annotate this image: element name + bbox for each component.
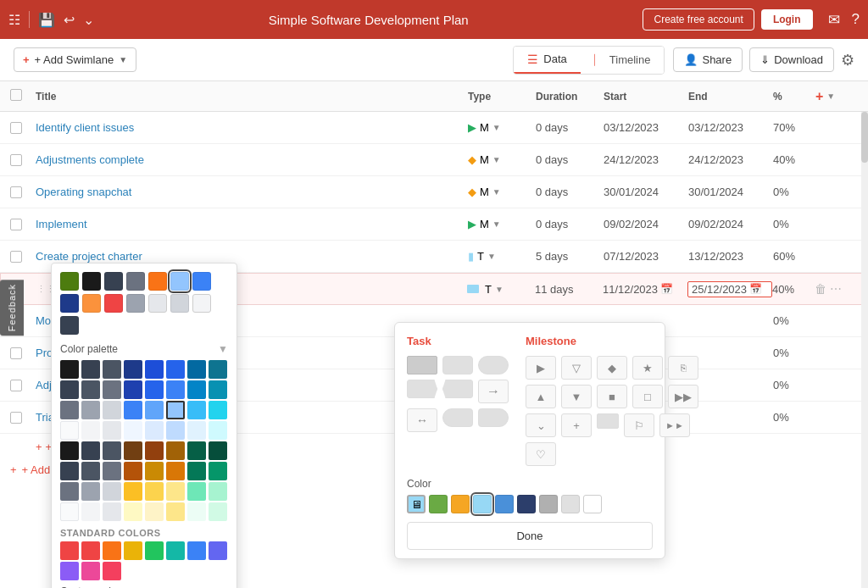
std-color-cell[interactable] bbox=[209, 541, 227, 560]
milestone-icon-btn-flag[interactable]: ⚐ bbox=[624, 413, 654, 437]
task-icon-btn-rect[interactable] bbox=[407, 356, 437, 374]
task-icon-btn-rounded-left[interactable] bbox=[442, 408, 473, 427]
palette-cell[interactable] bbox=[81, 401, 100, 419]
milestone-icon-btn-v[interactable]: ⌄ bbox=[526, 413, 556, 437]
palette-cell[interactable] bbox=[166, 441, 185, 460]
palette-cell[interactable] bbox=[209, 360, 227, 379]
palette-chevron-icon[interactable]: ▼ bbox=[218, 343, 228, 355]
login-button[interactable]: Login bbox=[761, 9, 813, 30]
more-options-icon[interactable]: ⋯ bbox=[830, 282, 842, 296]
done-button[interactable]: Done bbox=[407, 522, 653, 550]
paint-bucket-icon[interactable]: 🖥 bbox=[407, 495, 426, 513]
row-title[interactable]: Identify client issues bbox=[36, 121, 468, 134]
color-swatch[interactable] bbox=[104, 294, 123, 313]
palette-cell[interactable] bbox=[166, 380, 185, 399]
std-color-cell[interactable] bbox=[103, 562, 121, 580]
palette-cell[interactable] bbox=[145, 462, 164, 480]
add-swimlane-button[interactable]: + + Add Swimlane ▼ bbox=[14, 47, 136, 72]
palette-cell[interactable] bbox=[145, 482, 164, 501]
calendar-end-icon[interactable]: 📅 bbox=[749, 283, 762, 295]
palette-cell[interactable] bbox=[166, 360, 185, 379]
type-dropdown-icon[interactable]: ▼ bbox=[492, 155, 501, 164]
std-color-cell[interactable] bbox=[81, 541, 100, 560]
create-account-button[interactable]: Create free account bbox=[643, 8, 754, 31]
row-checkbox[interactable] bbox=[10, 154, 36, 166]
palette-cell[interactable] bbox=[124, 502, 142, 521]
palette-cell[interactable] bbox=[145, 401, 164, 419]
palette-cell[interactable] bbox=[187, 401, 206, 419]
std-color-cell[interactable] bbox=[124, 541, 142, 560]
type-color-swatch[interactable] bbox=[451, 495, 470, 513]
row-title[interactable]: Create project charter bbox=[36, 250, 468, 263]
palette-cell[interactable] bbox=[124, 360, 142, 379]
tab-data[interactable]: ☰ Data bbox=[514, 47, 580, 74]
palette-cell[interactable] bbox=[103, 441, 121, 460]
share-button[interactable]: 👤 Share bbox=[673, 47, 743, 72]
feedback-tab[interactable]: Feedback bbox=[0, 280, 24, 336]
color-swatch[interactable] bbox=[192, 294, 211, 313]
redo-chevron-icon[interactable]: ⌄ bbox=[83, 12, 94, 28]
palette-cell[interactable] bbox=[145, 441, 164, 460]
palette-cell[interactable] bbox=[187, 462, 206, 480]
std-color-cell[interactable] bbox=[60, 541, 79, 560]
palette-cell[interactable] bbox=[60, 421, 79, 440]
palette-cell[interactable] bbox=[60, 462, 79, 480]
palette-cell[interactable] bbox=[103, 482, 121, 501]
palette-cell[interactable] bbox=[103, 401, 121, 419]
type-dropdown-icon[interactable]: ▼ bbox=[492, 219, 501, 229]
task-icon-btn-bidirectional[interactable]: ↔ bbox=[407, 408, 437, 432]
add-column-icon[interactable]: + bbox=[815, 89, 823, 104]
palette-cell[interactable] bbox=[81, 380, 100, 399]
milestone-icon-btn-rect-sm[interactable] bbox=[597, 413, 619, 429]
palette-cell[interactable] bbox=[166, 401, 185, 419]
palette-cell[interactable] bbox=[103, 502, 121, 521]
task-icon-btn-rect2[interactable] bbox=[442, 356, 473, 374]
header-checkbox[interactable] bbox=[10, 89, 36, 103]
std-color-cell[interactable] bbox=[81, 562, 100, 580]
palette-cell[interactable] bbox=[209, 401, 227, 419]
std-color-cell[interactable] bbox=[103, 541, 121, 560]
palette-cell[interactable] bbox=[145, 380, 164, 399]
palette-cell[interactable] bbox=[145, 421, 164, 440]
palette-cell[interactable] bbox=[209, 441, 227, 460]
row-checkbox[interactable] bbox=[10, 122, 36, 134]
color-swatch[interactable] bbox=[60, 294, 79, 313]
palette-cell[interactable] bbox=[124, 401, 142, 419]
palette-cell[interactable] bbox=[81, 462, 100, 480]
milestone-icon-btn-plus[interactable]: + bbox=[561, 413, 592, 437]
milestone-icon-btn-play[interactable]: ▶ bbox=[526, 356, 556, 380]
palette-cell[interactable] bbox=[187, 421, 206, 440]
color-swatch[interactable] bbox=[60, 316, 79, 335]
milestone-icon-btn-diamond[interactable]: ◆ bbox=[597, 356, 627, 380]
help-icon[interactable]: ? bbox=[852, 11, 860, 29]
color-swatch[interactable] bbox=[148, 294, 167, 313]
color-swatch[interactable] bbox=[170, 294, 189, 313]
palette-cell[interactable] bbox=[60, 360, 79, 379]
milestone-icon-btn-heart[interactable]: ♡ bbox=[526, 442, 556, 466]
chat-icon[interactable]: ✉ bbox=[828, 11, 840, 29]
palette-cell[interactable] bbox=[145, 502, 164, 521]
palette-cell[interactable] bbox=[209, 502, 227, 521]
palette-cell[interactable] bbox=[60, 441, 79, 460]
task-icon-btn-arrow3[interactable]: → bbox=[478, 380, 509, 403]
menu-icon[interactable]: ☷ bbox=[8, 12, 20, 28]
chevron-down-header-icon[interactable]: ▼ bbox=[826, 92, 835, 101]
milestone-icon-btn-hex[interactable]: ⎘ bbox=[668, 356, 698, 380]
save-icon[interactable]: 💾 bbox=[38, 12, 55, 28]
palette-cell[interactable] bbox=[209, 421, 227, 440]
palette-cell[interactable] bbox=[187, 380, 206, 399]
type-dropdown-icon[interactable]: ▼ bbox=[487, 252, 496, 261]
palette-cell[interactable] bbox=[103, 462, 121, 480]
palette-cell[interactable] bbox=[103, 360, 121, 379]
palette-cell[interactable] bbox=[187, 360, 206, 379]
palette-cell[interactable] bbox=[209, 380, 227, 399]
palette-cell[interactable] bbox=[145, 360, 164, 379]
calendar-icon[interactable]: 📅 bbox=[660, 283, 673, 295]
row-checkbox[interactable] bbox=[10, 219, 36, 230]
row-checkbox[interactable] bbox=[10, 251, 36, 263]
palette-cell[interactable] bbox=[166, 462, 185, 480]
palette-cell[interactable] bbox=[124, 441, 142, 460]
type-dropdown-icon[interactable]: ▼ bbox=[492, 123, 501, 132]
scrollbar-thumb[interactable] bbox=[861, 112, 868, 163]
row-checkbox[interactable] bbox=[10, 412, 36, 424]
